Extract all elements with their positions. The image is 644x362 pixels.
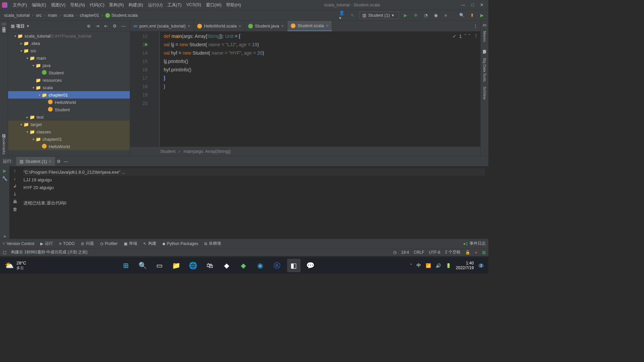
terminal-toolwindow-button[interactable]: ▣终端 <box>124 241 137 246</box>
menu-item[interactable]: 窗口(W) <box>204 1 224 9</box>
menu-item[interactable]: 导航(N) <box>68 1 87 9</box>
line-gutter[interactable]: ▶ 121314151617181920 <box>130 32 154 146</box>
tree-item[interactable]: ▾📁classes <box>8 128 130 135</box>
breadcrumb-item[interactable]: chapter01 <box>78 12 101 18</box>
run-settings-gear-icon[interactable]: ⚙ <box>55 158 62 165</box>
tree-item[interactable]: ▾📁scala_tutorial D:\HYF\scala_tutorial <box>8 32 130 40</box>
app-icon-4[interactable]: Ⓚ <box>270 259 284 272</box>
menu-item[interactable]: 代码(C) <box>88 1 106 9</box>
intellij-taskbar-icon[interactable]: ◧ <box>287 259 301 272</box>
run-gutter-icon[interactable]: ▶ <box>145 40 148 49</box>
tree-item[interactable]: Student <box>8 106 130 113</box>
close-tab-icon[interactable]: × <box>281 23 284 28</box>
menu-item[interactable]: VCS(S) <box>184 1 203 9</box>
tree-item[interactable]: ▾📁java <box>8 62 130 69</box>
store-icon[interactable]: 🛍 <box>203 259 217 272</box>
close-tab-icon[interactable]: × <box>238 23 241 28</box>
menu-item[interactable]: 运行(U) <box>146 1 165 9</box>
ime-indicator[interactable]: 中 <box>417 262 421 268</box>
tree-item[interactable]: ▾📁chapter01 <box>8 135 130 143</box>
structure-tool-button[interactable]: 结构 <box>1 129 6 132</box>
run-more-icon[interactable]: » <box>3 234 6 239</box>
down-stacktrace-icon[interactable]: ↓ <box>14 176 16 181</box>
tree-item[interactable]: ▾📁target <box>8 121 130 128</box>
scroll-to-end-icon[interactable]: ⤓ <box>13 191 17 196</box>
locate-file-icon[interactable]: ⊕ <box>85 22 92 30</box>
start-button[interactable]: ⊞ <box>119 259 133 272</box>
menu-item[interactable]: 重构(R) <box>107 1 126 9</box>
commit-tool-icon[interactable]: ▦ <box>2 28 6 33</box>
caret-position[interactable]: 19:4 <box>401 250 409 255</box>
bigdata-tool-button[interactable]: Big Data Tools <box>483 57 487 83</box>
vcs-toolwindow-button[interactable]: ⑂Version Control <box>3 241 34 246</box>
up-stacktrace-icon[interactable]: ↑ <box>14 168 16 173</box>
minimize-button[interactable]: — <box>461 2 465 7</box>
run-configuration-selector[interactable]: ▥ Student (1) ▾ <box>359 11 399 19</box>
chevron-down-icon[interactable]: ▾ <box>27 23 29 28</box>
menu-item[interactable]: 工具(T) <box>165 1 184 9</box>
code-content[interactable]: def main(args: Array[String]): Unit = { … <box>160 32 480 146</box>
editor-more-icon[interactable]: ⋮ <box>474 33 478 38</box>
next-highlight-icon[interactable]: ˇ <box>469 34 470 39</box>
explorer-icon[interactable]: 📁 <box>170 259 183 272</box>
breadcrumb-item[interactable]: scala <box>62 12 75 18</box>
tab-more-icon[interactable]: ⋮ <box>473 23 478 28</box>
build-toolwindow-button[interactable]: ↖构建 <box>143 241 156 246</box>
bigdata-icon[interactable]: D <box>483 50 486 55</box>
app-icon-1[interactable]: ◆ <box>220 259 233 272</box>
breadcrumb-item[interactable]: src <box>35 12 43 18</box>
settings-gear-icon[interactable]: ⚙ <box>111 22 118 30</box>
wifi-icon[interactable]: 📶 <box>426 263 431 268</box>
breadcrumb-item[interactable]: Student.scala <box>104 12 139 19</box>
stop-button[interactable]: ■ <box>442 12 449 19</box>
project-tree[interactable]: ▾📁scala_tutorial D:\HYF\scala_tutorial▸📁… <box>8 32 130 156</box>
maximize-button[interactable]: □ <box>471 2 474 7</box>
soft-wrap-icon[interactable]: ↲ <box>13 184 17 189</box>
app-icon-2[interactable]: ◆ <box>237 259 250 272</box>
problems-toolwindow-button[interactable]: ⊘问题 <box>81 241 94 246</box>
database-tool-button[interactable]: 数据库 <box>482 45 487 48</box>
console-output[interactable]: "C:\Program Files\Java\jdk1.8.0_212\bin\… <box>20 166 488 239</box>
wechat-icon[interactable]: 💬 <box>304 259 317 272</box>
line-separator[interactable]: CRLF <box>414 250 424 255</box>
updates-button[interactable]: ⬆ <box>468 12 476 19</box>
bc-method[interactable]: main(args: Array[String]) <box>183 149 231 154</box>
edge-icon[interactable]: 🌐 <box>186 259 200 272</box>
progress-icon[interactable]: ◷ <box>393 250 396 255</box>
collapse-all-icon[interactable]: ⇤ <box>102 22 110 30</box>
inspection-widget[interactable]: ✔ 1 ˆ ˇ <box>452 34 470 39</box>
expand-all-icon[interactable]: ⇥ <box>94 22 101 30</box>
event-log-button[interactable]: ●1事件日志 <box>463 241 486 246</box>
tree-item[interactable]: 📁resources <box>8 76 130 84</box>
close-run-tab-icon[interactable]: × <box>49 159 52 164</box>
close-tab-icon[interactable]: × <box>188 23 191 28</box>
tree-item[interactable]: HelloWorld <box>8 99 130 106</box>
close-button[interactable]: ✕ <box>480 2 484 7</box>
tree-item[interactable]: ▾📁main <box>8 54 130 62</box>
file-encoding[interactable]: UTF-8 <box>429 250 440 255</box>
menu-item[interactable]: 编辑(E) <box>30 1 48 9</box>
close-tab-icon[interactable]: × <box>326 23 329 28</box>
debug-button[interactable]: ❉ <box>412 12 419 19</box>
project-tool-button[interactable]: 项目 <box>1 23 6 25</box>
menu-item[interactable]: 文件(F) <box>11 1 29 9</box>
battery-icon[interactable]: 🔋 <box>446 263 451 268</box>
hide-panel-icon[interactable]: — <box>120 22 127 30</box>
breadcrumb-item[interactable]: main <box>47 12 59 18</box>
notification-badge[interactable]: 3 <box>478 263 484 268</box>
run-tab[interactable]: ▥ Student (1) × <box>16 157 55 166</box>
bookmarks-tool-button[interactable]: Bookmarks <box>2 135 6 156</box>
tree-item[interactable]: ▸📁test <box>8 113 130 121</box>
run-tool-wrench-icon[interactable]: 🔧 <box>2 176 7 181</box>
sciview-tool-button[interactable]: SciView <box>483 85 487 101</box>
tree-item[interactable]: ▾📁src <box>8 47 130 54</box>
tree-item[interactable]: ▸📁.idea <box>8 40 130 47</box>
hide-run-panel-icon[interactable]: — <box>62 158 70 165</box>
print-icon[interactable]: 🖶 <box>13 199 17 204</box>
run-toolwindow-button[interactable]: ▶运行 <box>40 241 53 246</box>
tree-item[interactable]: ▾📁chapter01 <box>8 91 130 99</box>
editor-tab[interactable]: Student.java× <box>245 21 287 31</box>
python-packages-button[interactable]: ◆Python Packages <box>162 241 198 246</box>
volume-icon[interactable]: 🔊 <box>436 263 441 268</box>
editor-tab[interactable]: Student.scala× <box>287 21 332 31</box>
